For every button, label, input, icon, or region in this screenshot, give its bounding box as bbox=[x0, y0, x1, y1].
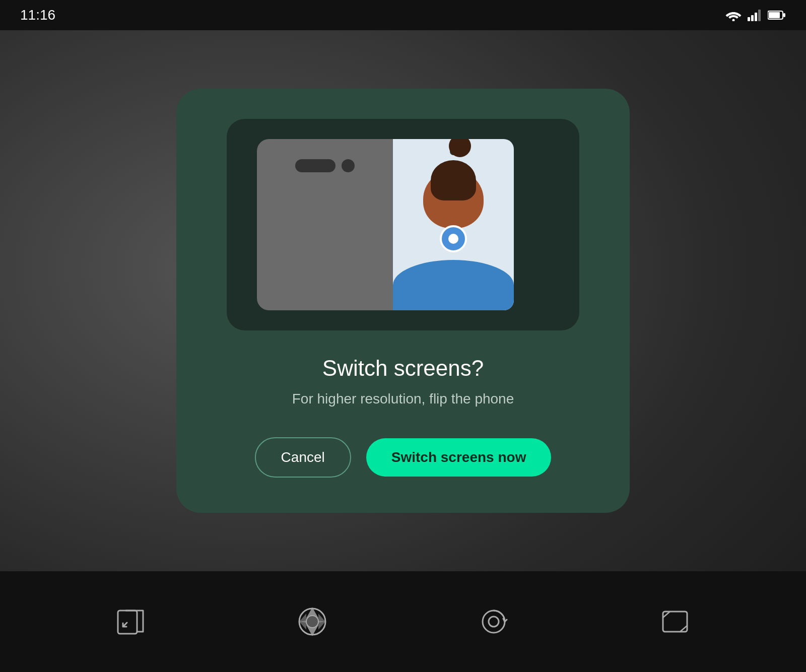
selfie-nav-button[interactable] bbox=[477, 604, 511, 639]
wifi-icon bbox=[725, 9, 742, 21]
avatar-body bbox=[393, 260, 514, 310]
svg-point-0 bbox=[732, 19, 735, 22]
phone-illustration bbox=[227, 119, 579, 330]
status-bar: 11:16 bbox=[0, 0, 806, 30]
svg-rect-4 bbox=[758, 10, 761, 21]
dialog-card: Switch screens? For higher resolution, f… bbox=[176, 89, 630, 513]
cancel-button[interactable]: Cancel bbox=[255, 437, 351, 478]
svg-point-10 bbox=[306, 616, 318, 628]
aspect-ratio-icon bbox=[658, 604, 692, 639]
aspect-ratio-nav-button[interactable] bbox=[658, 604, 692, 639]
camera-pill bbox=[295, 159, 335, 172]
svg-rect-3 bbox=[755, 13, 757, 21]
shutter-nav-button[interactable] bbox=[295, 604, 329, 639]
phone-inner-screen bbox=[393, 139, 514, 310]
battery-icon bbox=[768, 10, 786, 20]
switch-screens-button[interactable]: Switch screens now bbox=[366, 438, 552, 477]
avatar-hair-bun bbox=[449, 139, 471, 157]
main-content: Switch screens? For higher resolution, f… bbox=[0, 30, 806, 571]
foldable-phone bbox=[257, 139, 549, 310]
bottom-nav-bar bbox=[0, 571, 806, 672]
avatar-head bbox=[423, 170, 484, 228]
shutter-icon bbox=[295, 604, 329, 639]
status-time: 11:16 bbox=[20, 7, 55, 23]
camera-dot bbox=[342, 159, 355, 172]
dialog-subtitle: For higher resolution, flip the phone bbox=[292, 391, 514, 407]
avatar-hair bbox=[431, 160, 476, 200]
home-button bbox=[440, 225, 467, 252]
svg-rect-7 bbox=[783, 13, 785, 17]
signal-icon bbox=[748, 9, 762, 21]
status-icons bbox=[725, 9, 786, 21]
selfie-icon bbox=[477, 604, 511, 639]
phone-outer-screen bbox=[257, 139, 393, 310]
dialog-title: Switch screens? bbox=[322, 356, 484, 381]
expand-icon bbox=[114, 604, 148, 639]
dialog-buttons: Cancel Switch screens now bbox=[255, 437, 552, 478]
svg-point-12 bbox=[489, 617, 499, 627]
expand-nav-button[interactable] bbox=[114, 604, 148, 639]
camera-module bbox=[295, 159, 355, 172]
svg-rect-1 bbox=[748, 17, 750, 21]
svg-rect-2 bbox=[751, 15, 754, 21]
svg-rect-6 bbox=[769, 12, 780, 18]
